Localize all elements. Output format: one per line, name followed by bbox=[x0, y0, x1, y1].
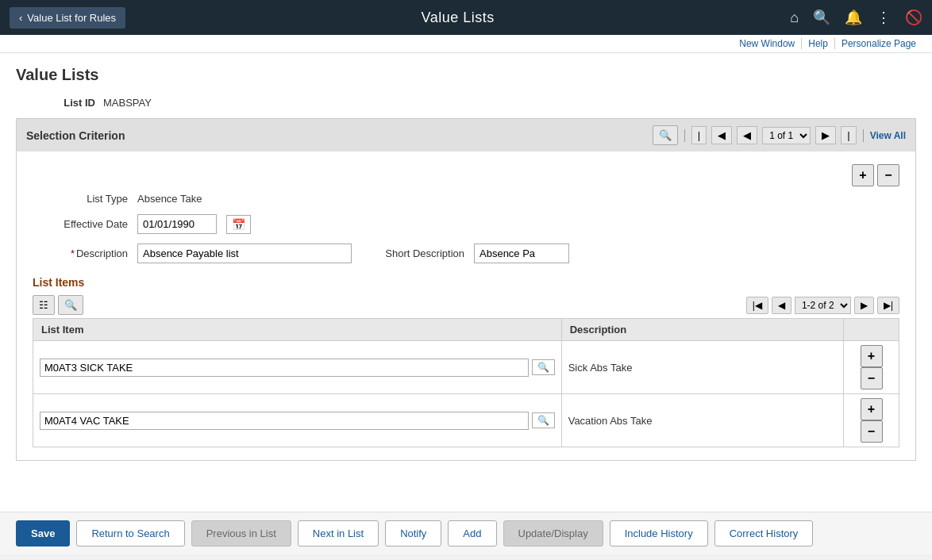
nav-icons: ⌂ 🔍 🔔 ⋮ 🚫 bbox=[790, 9, 922, 26]
search-items-btn[interactable]: 🔍 bbox=[58, 295, 83, 315]
list-id-value: MABSPAY bbox=[103, 97, 152, 109]
items-page-select[interactable]: 1-2 of 2 bbox=[795, 297, 851, 314]
add-item-btn[interactable]: + bbox=[861, 398, 883, 420]
calendar-btn[interactable]: 📅 bbox=[226, 215, 251, 234]
list-id-row: List ID MABSPAY bbox=[16, 97, 916, 109]
search-icon[interactable]: 🔍 bbox=[813, 9, 830, 26]
chevron-left-icon: ‹ bbox=[19, 12, 22, 24]
separator bbox=[684, 129, 685, 142]
list-item-input-group: 🔍 bbox=[40, 412, 555, 430]
row-action-cell: + − bbox=[844, 394, 899, 447]
first-page-btn[interactable]: | bbox=[691, 126, 707, 144]
list-item-cell: 🔍 bbox=[33, 394, 562, 447]
new-window-link[interactable]: New Window bbox=[733, 38, 802, 49]
col-description: Description bbox=[561, 319, 843, 341]
return-to-search-button[interactable]: Return to Search bbox=[76, 520, 184, 547]
effective-date-input[interactable] bbox=[137, 214, 217, 234]
add-remove-row: + − bbox=[33, 164, 899, 186]
add-button[interactable]: Add bbox=[448, 520, 496, 547]
list-item-input[interactable] bbox=[40, 359, 529, 377]
row-action-cell: + − bbox=[844, 341, 899, 394]
list-type-row: List Type Absence Take bbox=[33, 193, 899, 205]
personalize-page-link[interactable]: Personalize Page bbox=[835, 38, 922, 49]
list-type-value: Absence Take bbox=[137, 193, 202, 205]
description-cell: Vacation Abs Take bbox=[561, 394, 843, 447]
effective-date-row: Effective Date 📅 bbox=[33, 214, 899, 234]
remove-row-btn[interactable]: − bbox=[877, 164, 899, 186]
prev-page-btn[interactable]: ◀ bbox=[711, 126, 732, 144]
effective-date-label: Effective Date bbox=[33, 218, 128, 230]
list-item-input-group: 🔍 bbox=[40, 359, 555, 377]
selection-criterion-panel: Selection Criterion 🔍 | ◀ ◀ 1 of 1 ▶ | V… bbox=[16, 118, 916, 461]
criterion-form: List Type Absence Take Effective Date 📅 … bbox=[33, 193, 899, 263]
list-items-toolbar: ☷ 🔍 |◀ ◀ 1-2 of 2 ▶ ▶| bbox=[33, 295, 899, 315]
add-row-btn[interactable]: + bbox=[852, 164, 874, 186]
back-button[interactable]: ‹ Value List for Rules bbox=[10, 7, 125, 29]
home-icon[interactable]: ⌂ bbox=[790, 10, 799, 26]
description-value: Vacation Abs Take bbox=[568, 415, 653, 427]
description-input[interactable] bbox=[137, 244, 352, 263]
short-desc-label: Short Description bbox=[361, 247, 464, 259]
save-button[interactable]: Save bbox=[16, 520, 70, 547]
back-button-label: Value List for Rules bbox=[27, 12, 116, 24]
list-item-search-btn[interactable]: 🔍 bbox=[532, 412, 555, 428]
list-item-search-btn[interactable]: 🔍 bbox=[532, 359, 555, 375]
notify-button[interactable]: Notify bbox=[385, 520, 441, 547]
list-item-input[interactable] bbox=[40, 412, 529, 430]
description-value: Sick Abs Take bbox=[568, 362, 633, 374]
list-type-label: List Type bbox=[33, 193, 128, 205]
grid-view-btn[interactable]: ☷ bbox=[33, 295, 55, 315]
update-display-button: Update/Display bbox=[503, 520, 603, 547]
include-history-button[interactable]: Include History bbox=[610, 520, 708, 547]
list-items-table: List Item Description 🔍 Sick Abs Take + … bbox=[33, 318, 899, 447]
top-nav: ‹ Value List for Rules Value Lists ⌂ 🔍 🔔… bbox=[0, 0, 932, 35]
list-item-cell: 🔍 bbox=[33, 341, 562, 394]
items-next-btn[interactable]: ▶ bbox=[854, 297, 874, 314]
items-last-btn[interactable]: ▶| bbox=[877, 297, 899, 314]
panel-title: Selection Criterion bbox=[26, 129, 125, 142]
block-icon[interactable]: 🚫 bbox=[905, 9, 922, 26]
items-prev-btn[interactable]: ◀ bbox=[772, 297, 791, 314]
last-page-btn[interactable]: | bbox=[841, 126, 856, 144]
correct-history-button[interactable]: Correct History bbox=[714, 520, 814, 547]
description-row: Description Short Description bbox=[33, 244, 899, 263]
remove-item-btn[interactable]: − bbox=[861, 367, 883, 389]
col-actions bbox=[844, 319, 899, 341]
next-page-btn[interactable]: ▶ bbox=[815, 126, 836, 144]
view-all-link[interactable]: View All bbox=[870, 130, 906, 141]
list-items-section: List Items ☷ 🔍 |◀ ◀ 1-2 of 2 ▶ ▶| bbox=[33, 276, 899, 447]
panel-header-controls: 🔍 | ◀ ◀ 1 of 1 ▶ | View All bbox=[653, 125, 906, 145]
page-heading: Value Lists bbox=[16, 66, 916, 84]
page-title: Value Lists bbox=[125, 10, 790, 26]
main-content: Value Lists List ID MABSPAY Selection Cr… bbox=[0, 53, 932, 512]
add-item-btn[interactable]: + bbox=[861, 345, 883, 367]
panel-header: Selection Criterion 🔍 | ◀ ◀ 1 of 1 ▶ | V… bbox=[17, 119, 915, 152]
col-list-item: List Item bbox=[33, 319, 562, 341]
panel-body: + − List Type Absence Take Effective Dat… bbox=[17, 152, 915, 460]
separator2 bbox=[863, 129, 864, 142]
page-select[interactable]: 1 of 1 bbox=[762, 127, 811, 144]
help-link[interactable]: Help bbox=[802, 38, 835, 49]
toolbar-left: ☷ 🔍 bbox=[33, 295, 83, 315]
bell-icon[interactable]: 🔔 bbox=[845, 9, 862, 26]
previous-in-list-button: Previous in List bbox=[191, 520, 291, 547]
items-first-btn[interactable]: |◀ bbox=[746, 297, 768, 314]
remove-item-btn[interactable]: − bbox=[861, 420, 883, 443]
list-id-label: List ID bbox=[16, 97, 95, 109]
description-cell: Sick Abs Take bbox=[561, 341, 843, 394]
short-desc-input[interactable] bbox=[474, 244, 569, 263]
search-criterion-btn[interactable]: 🔍 bbox=[653, 125, 678, 145]
bottom-action-bar: Save Return to Search Previous in List N… bbox=[0, 512, 932, 554]
sub-nav: New Window Help Personalize Page bbox=[0, 35, 932, 53]
list-items-title: List Items bbox=[33, 276, 899, 289]
items-pagination: |◀ ◀ 1-2 of 2 ▶ ▶| bbox=[746, 297, 899, 314]
table-row: 🔍 Sick Abs Take + − bbox=[33, 341, 899, 394]
description-label: Description bbox=[33, 247, 128, 259]
table-row: 🔍 Vacation Abs Take + − bbox=[33, 394, 899, 447]
next-in-list-button[interactable]: Next in List bbox=[298, 520, 379, 547]
more-icon[interactable]: ⋮ bbox=[876, 9, 891, 26]
prev-page-btn2[interactable]: ◀ bbox=[737, 126, 757, 144]
